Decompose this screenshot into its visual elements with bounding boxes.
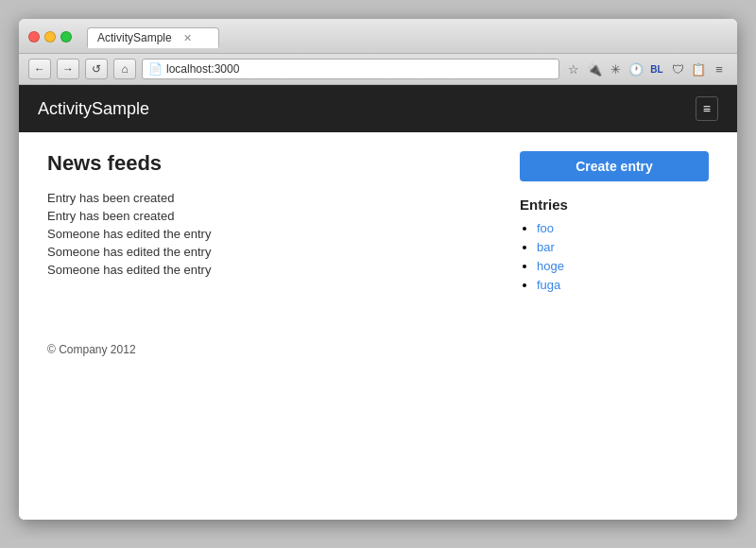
url-text: localhost:3000	[166, 62, 239, 76]
activity-list: Entry has been createdEntry has been cre…	[47, 191, 501, 277]
back-button[interactable]: ←	[28, 59, 51, 79]
minimize-button[interactable]	[44, 31, 56, 43]
entry-item: fuga	[537, 277, 709, 292]
browser-toolbar: ← → ↺ ⌂ 📄 localhost:3000 ☆ 🔌 ✳ 🕐 BL 🛡 📋 …	[19, 54, 737, 85]
tab-title: ActivitySample	[97, 31, 172, 44]
activity-item: Someone has edited the entry	[47, 245, 501, 259]
entries-heading: Entries	[520, 197, 709, 213]
address-bar[interactable]: 📄 localhost:3000	[142, 59, 559, 79]
app-brand: ActivitySample	[38, 99, 149, 119]
hamburger-button[interactable]: ≡	[696, 96, 718, 121]
app-footer: © Company 2012	[19, 315, 737, 375]
url-icon: 📄	[148, 62, 163, 76]
bookmark-icon[interactable]: ☆	[565, 60, 582, 77]
entry-link[interactable]: bar	[537, 240, 555, 254]
entry-item: hoge	[537, 258, 709, 273]
main-content: News feeds Entry has been createdEntry h…	[47, 151, 501, 296]
browser-window: ActivitySample ✕ ← → ↺ ⌂ 📄 localhost:300…	[19, 19, 737, 520]
app-container: ActivitySample ≡ News feeds Entry has be…	[19, 85, 737, 520]
activity-item: Entry has been created	[47, 209, 501, 223]
extension-icon-6[interactable]: 📋	[690, 60, 707, 77]
tab-close-icon[interactable]: ✕	[183, 32, 192, 44]
footer-text: © Company 2012	[47, 343, 136, 356]
extension-icon-1[interactable]: 🔌	[586, 60, 603, 77]
page-title: News feeds	[47, 151, 501, 176]
activity-item: Entry has been created	[47, 191, 501, 205]
refresh-button[interactable]: ↺	[85, 59, 108, 79]
entry-item: foo	[537, 220, 709, 235]
create-entry-button[interactable]: Create entry	[520, 151, 709, 181]
app-navbar: ActivitySample ≡	[19, 85, 737, 132]
entry-item: bar	[537, 239, 709, 254]
extension-icon-5[interactable]: 🛡	[669, 60, 686, 77]
sidebar: Create entry Entries foobarhogefuga	[520, 151, 709, 296]
entry-link[interactable]: fuga	[537, 278, 560, 292]
extension-icon-2[interactable]: ✳	[607, 60, 624, 77]
browser-titlebar: ActivitySample ✕	[19, 19, 737, 54]
maximize-button[interactable]	[60, 31, 72, 43]
forward-button[interactable]: →	[57, 59, 79, 79]
app-content: News feeds Entry has been createdEntry h…	[19, 132, 737, 315]
extension-icon-3[interactable]: 🕐	[627, 60, 644, 77]
menu-icon[interactable]: ≡	[711, 60, 728, 77]
entry-link[interactable]: hoge	[537, 259, 564, 273]
active-tab[interactable]: ActivitySample ✕	[87, 27, 219, 48]
home-button[interactable]: ⌂	[113, 59, 136, 79]
traffic-lights	[28, 31, 72, 43]
activity-item: Someone has edited the entry	[47, 227, 501, 241]
entries-list: foobarhogefuga	[520, 220, 709, 292]
tab-bar: ActivitySample ✕	[87, 26, 728, 47]
toolbar-icons: ☆ 🔌 ✳ 🕐 BL 🛡 📋 ≡	[565, 60, 728, 77]
entry-link[interactable]: foo	[537, 221, 554, 235]
close-button[interactable]	[28, 31, 40, 43]
activity-item: Someone has edited the entry	[47, 263, 501, 277]
extension-icon-4[interactable]: BL	[648, 60, 665, 77]
